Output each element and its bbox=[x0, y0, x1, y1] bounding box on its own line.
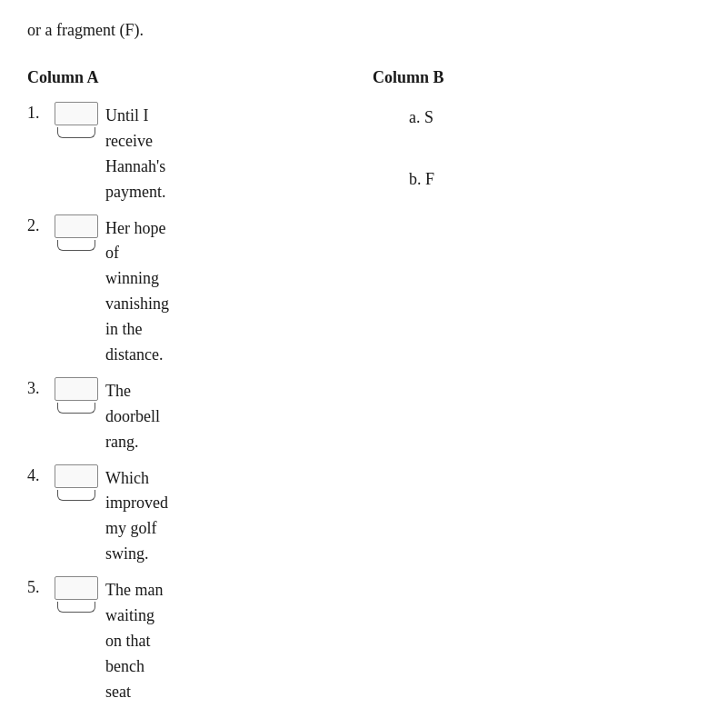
list-item: 3.Thedoorbellrang. bbox=[27, 377, 373, 455]
item-bracket-area bbox=[53, 377, 100, 414]
item-bracket-area bbox=[53, 102, 100, 138]
item-text: The manwaitingon thatbenchseat bbox=[105, 576, 163, 704]
item-number: 4. bbox=[27, 464, 53, 485]
bracket-curve bbox=[57, 403, 95, 414]
item-text: Whichimprovedmy golfswing. bbox=[105, 464, 168, 568]
list-item: 2.Her hopeofwinningvanishingin thedistan… bbox=[27, 214, 373, 368]
item-text: Her hopeofwinningvanishingin thedistance… bbox=[105, 214, 169, 368]
item-number: 2. bbox=[27, 214, 53, 235]
bracket-curve bbox=[57, 127, 95, 138]
bracket-curve bbox=[57, 602, 95, 613]
intro-text: or a fragment (F). bbox=[27, 18, 700, 43]
answer-blank[interactable] bbox=[55, 214, 98, 238]
bracket-curve bbox=[57, 490, 95, 501]
column-a: 1.Until IreceiveHannah'spayment.2.Her ho… bbox=[27, 102, 373, 714]
list-item: 1.Until IreceiveHannah'spayment. bbox=[27, 102, 373, 205]
item-number: 5. bbox=[27, 576, 53, 597]
list-item: 5.The manwaitingon thatbenchseat bbox=[27, 576, 373, 704]
item-bracket-area bbox=[53, 464, 100, 501]
col-b-item: a. S bbox=[409, 105, 434, 131]
item-bracket-area bbox=[53, 576, 100, 613]
column-b-header: Column B bbox=[373, 68, 444, 87]
answer-blank[interactable] bbox=[55, 464, 98, 488]
item-text: Until IreceiveHannah'spayment. bbox=[105, 102, 165, 205]
columns-body: 1.Until IreceiveHannah'spayment.2.Her ho… bbox=[27, 102, 700, 714]
bracket-curve bbox=[57, 240, 95, 251]
item-number: 3. bbox=[27, 377, 53, 398]
columns-header-row: Column A Column B bbox=[27, 68, 700, 87]
answer-blank[interactable] bbox=[55, 576, 98, 600]
item-number: 1. bbox=[27, 102, 53, 123]
column-b: a. Sb. F bbox=[409, 102, 434, 229]
answer-blank[interactable] bbox=[55, 102, 98, 125]
col-b-item: b. F bbox=[409, 167, 434, 193]
item-bracket-area bbox=[53, 214, 100, 251]
answer-blank[interactable] bbox=[55, 377, 98, 401]
list-item: 4.Whichimprovedmy golfswing. bbox=[27, 464, 373, 568]
columns-container: Column A Column B 1.Until IreceiveHannah… bbox=[27, 68, 700, 714]
column-a-header: Column A bbox=[27, 68, 318, 87]
item-text: Thedoorbellrang. bbox=[105, 377, 160, 455]
